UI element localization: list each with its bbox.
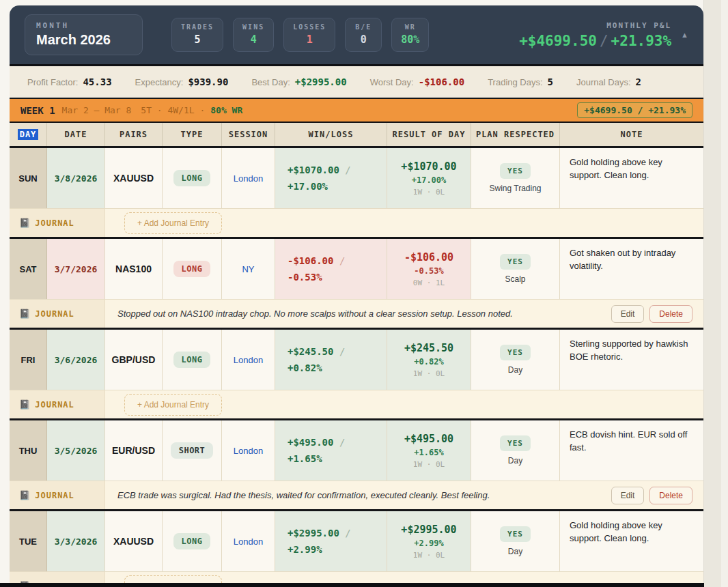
session-cell: NY bbox=[222, 239, 275, 299]
winloss-cell: -$106.00 / -0.53% bbox=[275, 239, 387, 299]
day-group-sun: SUN 3/8/2026 XAUUSD LONG London +$1070.0… bbox=[10, 148, 703, 239]
losses-value: 1 bbox=[293, 33, 326, 46]
summary-stats-bar: Profit Factor: 45.33 Expectancy: $939.90… bbox=[10, 66, 703, 99]
journal-row: 📓 JOURNAL Stopped out on NAS100 intraday… bbox=[10, 299, 703, 328]
wins-value: 4 bbox=[242, 33, 264, 46]
week-meta: 5T · 4W/1L · bbox=[141, 105, 205, 115]
type-cell: LONG bbox=[163, 330, 222, 390]
losses-chip: LOSSES 1 bbox=[283, 18, 335, 52]
winloss-cell: +$245.50 / +0.82% bbox=[275, 330, 387, 390]
session-cell: London bbox=[222, 148, 275, 208]
result-cell: +$495.00 +1.65% 1W · 0L bbox=[387, 420, 471, 481]
best-day-label: Best Day: bbox=[251, 77, 290, 87]
date-cell: 3/6/2026 bbox=[47, 330, 105, 390]
journal-content: Stopped out on NAS100 intraday chop. No … bbox=[105, 300, 703, 328]
monthly-pnl-value: +$4699.50/+21.93% bbox=[519, 33, 671, 49]
week-header-bar[interactable]: WEEK 1 Mar 2 – Mar 8 5T · 4W/1L · 80% WR… bbox=[10, 99, 703, 123]
result-cell: +$2995.00 +2.99% 1W · 0L bbox=[387, 511, 471, 571]
winrate-value: 80% bbox=[401, 33, 419, 46]
week-title: WEEK 1 bbox=[20, 105, 55, 116]
date-cell: 3/3/2026 bbox=[47, 511, 105, 571]
delete-button[interactable]: Delete bbox=[649, 305, 692, 323]
strategy-label: Day bbox=[508, 547, 522, 556]
journal-label-cell: 📓 JOURNAL bbox=[10, 300, 105, 328]
month-widget: MONTH March 2026 TRADES 5 WINS 4 LOSSES … bbox=[10, 5, 703, 587]
journal-icon: 📓 bbox=[19, 218, 30, 228]
winloss-cell: +$2995.00 / +2.99% bbox=[275, 511, 387, 571]
pair-cell: GBP/USD bbox=[105, 330, 163, 390]
type-cell: LONG bbox=[163, 148, 222, 208]
journal-label: JOURNAL bbox=[35, 218, 74, 228]
journal-label-cell: 📓 JOURNAL bbox=[10, 390, 105, 418]
right-gutter bbox=[703, 0, 728, 587]
plan-cell: YES Day bbox=[471, 511, 560, 571]
trades-chip: TRADES 5 bbox=[171, 18, 223, 52]
breakeven-chip: B/E 0 bbox=[345, 18, 382, 52]
best-day-stat: Best Day: +$2995.00 bbox=[251, 76, 346, 87]
winloss-cell: +$1070.00 / +17.00% bbox=[275, 148, 387, 208]
type-cell: SHORT bbox=[163, 420, 222, 481]
winrate-label: WR bbox=[401, 23, 419, 31]
plan-cell: YES Day bbox=[471, 420, 560, 481]
pair-cell: XAUUSD bbox=[105, 148, 163, 208]
edit-button[interactable]: Edit bbox=[611, 487, 645, 504]
col-header-winloss: WIN/LOSS bbox=[275, 123, 387, 146]
journal-entry-text: ECB trade was surgical. Had the thesis, … bbox=[115, 490, 606, 500]
trade-row: SUN 3/8/2026 XAUUSD LONG London +$1070.0… bbox=[10, 148, 703, 208]
plan-badge: YES bbox=[500, 345, 531, 360]
journal-content: + Add Journal Entry bbox=[105, 390, 703, 418]
note-cell: Got shaken out by intraday volatility. bbox=[560, 239, 703, 299]
plan-badge: YES bbox=[500, 435, 531, 451]
date-cell: 3/7/2026 bbox=[47, 239, 105, 299]
trades-value: 5 bbox=[181, 33, 214, 46]
strategy-label: Scalp bbox=[505, 274, 525, 284]
best-day-value: +$2995.00 bbox=[295, 76, 347, 87]
plan-cell: YES Scalp bbox=[471, 239, 560, 299]
journal-label: JOURNAL bbox=[35, 400, 74, 410]
trading-days-label: Trading Days: bbox=[488, 77, 542, 87]
plan-badge: YES bbox=[500, 254, 531, 270]
trading-days-stat: Trading Days: 5 bbox=[488, 76, 553, 87]
session-cell: London bbox=[222, 511, 275, 571]
journal-content: + Add Journal Entry bbox=[105, 209, 703, 237]
note-cell: ECB dovish hint. EUR sold off fast. bbox=[560, 420, 703, 481]
journal-row: 📓 JOURNAL + Add Journal Entry bbox=[10, 390, 703, 418]
plan-cell: YES Swing Trading bbox=[471, 148, 560, 208]
session-cell: London bbox=[222, 330, 275, 390]
trade-row: SAT 3/7/2026 NAS100 LONG NY -$106.00 / -… bbox=[10, 239, 703, 299]
plan-badge: YES bbox=[500, 163, 531, 179]
journal-icon: 📓 bbox=[19, 399, 30, 410]
edit-button[interactable]: Edit bbox=[611, 305, 645, 323]
pnl-separator: / bbox=[597, 33, 611, 49]
delete-button[interactable]: Delete bbox=[649, 487, 692, 504]
viewport-cutoff-bar bbox=[0, 583, 704, 587]
scrollbar[interactable] bbox=[721, 0, 728, 587]
journal-label: JOURNAL bbox=[35, 309, 74, 319]
strategy-label: Swing Trading bbox=[489, 184, 541, 193]
add-journal-entry-button[interactable]: + Add Journal Entry bbox=[124, 394, 222, 416]
col-header-day: DAY bbox=[10, 123, 47, 146]
trading-journal-page: MONTH March 2026 TRADES 5 WINS 4 LOSSES … bbox=[0, 0, 728, 587]
type-badge: SHORT bbox=[171, 442, 214, 459]
month-selector[interactable]: MONTH March 2026 bbox=[25, 14, 143, 55]
worst-day-stat: Worst Day: -$106.00 bbox=[370, 76, 465, 87]
worst-day-value: -$106.00 bbox=[419, 76, 464, 87]
monthly-pnl-label: MONTHLY P&L bbox=[519, 21, 671, 30]
day-cell: TUE bbox=[10, 511, 47, 571]
result-cell: +$245.50 +0.82% 1W · 0L bbox=[387, 330, 471, 390]
col-header-date: DATE bbox=[47, 123, 105, 146]
date-cell: 3/5/2026 bbox=[47, 420, 105, 481]
journal-row: 📓 JOURNAL ECB trade was surgical. Had th… bbox=[10, 481, 703, 509]
collapse-triangle-icon[interactable]: ▲ bbox=[681, 31, 688, 39]
monthly-pnl-percent: +21.93% bbox=[611, 33, 672, 49]
winrate-chip: WR 80% bbox=[391, 18, 429, 52]
plan-cell: YES Day bbox=[471, 330, 560, 390]
add-journal-entry-button[interactable]: + Add Journal Entry bbox=[124, 212, 222, 234]
col-header-note: NOTE bbox=[560, 123, 703, 146]
journal-icon: 📓 bbox=[19, 309, 30, 319]
day-group-fri: FRI 3/6/2026 GBP/USD LONG London +$245.5… bbox=[10, 330, 703, 420]
session-cell: London bbox=[222, 420, 275, 481]
trades-label: TRADES bbox=[181, 23, 214, 31]
breakeven-value: 0 bbox=[354, 33, 372, 46]
journal-days-value: 2 bbox=[636, 76, 641, 87]
